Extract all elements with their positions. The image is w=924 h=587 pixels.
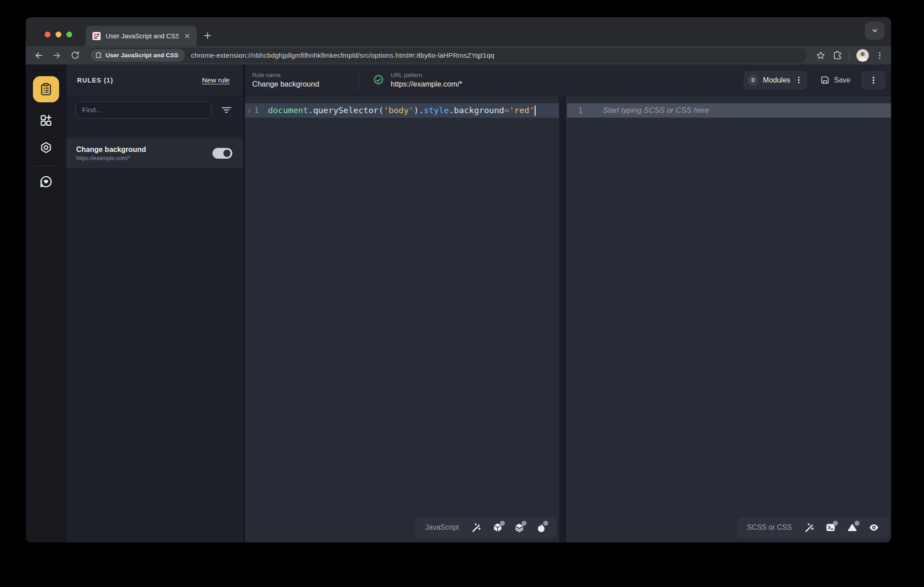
address-bar[interactable]: User JavaScript and CSS chrome-extension… [89, 48, 807, 63]
text-cursor [535, 105, 536, 116]
toggle-knob [223, 150, 231, 157]
rule-item-name: Change background [76, 146, 146, 154]
css-active-line[interactable]: 1 Start typing SCSS or CSS here [567, 103, 891, 118]
editor-split-divider[interactable] [559, 96, 567, 542]
modules-kebab-icon[interactable] [795, 76, 803, 84]
editor-area: Rule name Change background URL pattern … [245, 64, 891, 542]
sidebar-item-feedback[interactable] [35, 171, 57, 193]
rule-name-label: Rule name [252, 72, 359, 78]
css-editor[interactable]: 1 Start typing SCSS or CSS here SCSS or … [567, 96, 891, 542]
badge-dot [833, 521, 838, 526]
modules-count-badge: 0 [748, 75, 758, 86]
editor-header: Rule name Change background URL pattern … [245, 64, 891, 96]
rule-list-item[interactable]: Change background https://example.com/* [66, 138, 243, 168]
flame-icon[interactable] [536, 522, 546, 533]
browser-window: User JavaScript and CSS [26, 17, 891, 542]
sidebar-item-settings[interactable] [35, 137, 57, 159]
magic-wand-icon[interactable] [804, 522, 814, 533]
tab-strip: User JavaScript and CSS [26, 17, 891, 46]
browser-menu-kebab-icon[interactable] [876, 51, 884, 60]
rule-name-value[interactable]: Change background [252, 80, 359, 88]
feedback-heart-bubble-icon [39, 175, 53, 188]
extension-site-chip[interactable]: User JavaScript and CSS [90, 49, 185, 62]
rule-enabled-toggle[interactable] [213, 148, 232, 159]
css-language-label: SCSS or CSS [747, 523, 792, 532]
tab-search-chevron-button[interactable] [865, 22, 885, 40]
editor-panes: i 1 document.querySelector('body').style… [245, 96, 891, 542]
url-text: chrome-extension://nbhcbdghjpllgmfilhnhk… [191, 51, 494, 59]
rule-item-pattern: https://example.com/* [76, 155, 146, 161]
header-divider [359, 70, 360, 91]
rules-panel: RULES (1) New rule Change background htt… [66, 64, 245, 542]
browser-tab[interactable]: User JavaScript and CSS [86, 26, 197, 46]
app-sidebar [26, 64, 66, 542]
rules-panel-body: Change background https://example.com/* [66, 96, 243, 168]
rules-panel-header: RULES (1) New rule [66, 64, 243, 96]
css-line-number: 1 [578, 103, 583, 118]
badge-dot [855, 521, 859, 526]
sidebar-item-rules[interactable] [33, 76, 59, 102]
add-modules-icon [39, 114, 53, 127]
profile-avatar[interactable] [856, 49, 869, 62]
layers-icon[interactable] [514, 522, 525, 533]
js-editor-toolbar: JavaScript [415, 517, 556, 538]
settings-hex-icon [39, 141, 53, 155]
screen: User JavaScript and CSS [0, 0, 924, 587]
url-pattern-label: URL pattern [391, 72, 462, 78]
js-gutter-marker: i [248, 103, 251, 118]
reload-button[interactable] [67, 48, 83, 63]
modules-button[interactable]: 0 Modules [744, 71, 807, 90]
url-pattern-value[interactable]: https://example.com/* [391, 80, 462, 88]
sidebar-divider [33, 166, 59, 166]
new-tab-button[interactable] [200, 28, 215, 43]
tab-close-icon[interactable] [183, 32, 191, 40]
eye-icon[interactable] [869, 522, 879, 533]
save-label: Save [834, 76, 850, 84]
badge-dot [522, 521, 527, 526]
new-rule-link[interactable]: New rule [202, 76, 230, 84]
rules-search-row [66, 101, 243, 119]
css-placeholder-text: Start typing SCSS or CSS here [603, 103, 709, 118]
check-seal-icon [372, 74, 385, 87]
editor-kebab-icon [869, 76, 878, 84]
find-rules-input[interactable] [75, 101, 212, 119]
modules-label: Modules [763, 76, 790, 84]
minimize-window-button[interactable] [55, 32, 61, 37]
badge-dot [543, 521, 548, 526]
triangle-icon[interactable] [847, 522, 858, 533]
terminal-icon[interactable] [825, 522, 836, 533]
js-code-text[interactable]: document.querySelector('body').style.bac… [268, 103, 534, 118]
zoom-window-button[interactable] [66, 32, 72, 37]
filter-icon[interactable] [221, 104, 232, 116]
rule-name-field[interactable]: Rule name Change background [252, 72, 359, 88]
rules-count-title: RULES (1) [77, 77, 113, 84]
css-editor-toolbar: SCSS or CSS [737, 517, 889, 538]
magic-wand-icon[interactable] [471, 522, 481, 533]
package-icon[interactable] [492, 522, 503, 533]
extension-options-app: RULES (1) New rule Change background htt… [26, 64, 891, 542]
extension-chip-icon [95, 52, 102, 59]
rule-item-text: Change background https://example.com/* [76, 146, 146, 161]
tab-title: User JavaScript and CSS [106, 32, 179, 40]
sidebar-item-add-modules[interactable] [35, 110, 57, 131]
save-icon [820, 75, 830, 85]
forward-button[interactable] [49, 48, 65, 63]
javascript-editor[interactable]: i 1 document.querySelector('body').style… [245, 96, 559, 542]
site-chip-label: User JavaScript and CSS [106, 52, 178, 59]
editor-menu-button[interactable] [861, 71, 886, 90]
js-line-number: 1 [254, 103, 259, 118]
badge-dot [500, 521, 505, 526]
bookmark-star-icon[interactable] [816, 50, 826, 60]
js-active-line[interactable]: i 1 document.querySelector('body').style… [245, 103, 559, 118]
rules-clipboard-icon [39, 83, 53, 96]
close-window-button[interactable] [45, 32, 51, 37]
back-button[interactable] [31, 48, 46, 63]
browser-toolbar: User JavaScript and CSS chrome-extension… [26, 46, 891, 64]
url-pattern-field[interactable]: URL pattern https://example.com/* [372, 72, 462, 88]
extension-favicon [92, 32, 101, 41]
extensions-icon[interactable] [832, 50, 842, 60]
toolbar-divider [849, 50, 850, 60]
save-button[interactable]: Save [820, 75, 850, 85]
window-controls [45, 32, 72, 37]
js-language-label: JavaScript [425, 523, 459, 532]
